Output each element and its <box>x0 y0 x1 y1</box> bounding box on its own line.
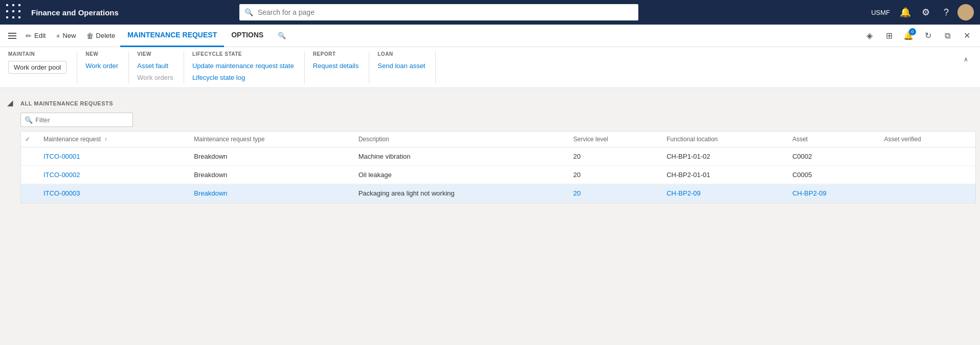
col-check: ✓ <box>21 132 37 147</box>
data-table-wrap: ✓ Maintenance request ↑ Maintenance requ… <box>20 131 976 203</box>
ribbon-right-actions: ◈ ⊞ 🔔 0 ↻ ⧉ ✕ <box>860 27 976 45</box>
delete-button[interactable]: 🗑 Delete <box>81 25 121 47</box>
action-group-view: VIEW Asset fault Work orders <box>137 51 184 83</box>
lifecycle-log-link[interactable]: Lifecycle state log <box>192 73 294 82</box>
ribbon-search-button[interactable]: 🔍 <box>273 25 291 47</box>
collapse-action-pane: ∧ <box>960 51 972 83</box>
expand-button[interactable]: ⧉ <box>938 27 956 45</box>
group-label-view: VIEW <box>137 51 173 57</box>
update-maintenance-link[interactable]: Update maintenance request state <box>192 61 294 71</box>
row-loc-3: CH-BP2-09 <box>660 184 786 203</box>
tab-maintenance-request[interactable]: MAINTENANCE REQUEST <box>120 25 224 47</box>
col-functional-location: Functional location <box>660 132 786 147</box>
row-desc-3: Packaging area light not working <box>352 184 567 203</box>
group-items-view: Asset fault Work orders <box>137 61 173 82</box>
row-svc-3: 20 <box>567 184 660 203</box>
svg-rect-2 <box>8 38 16 39</box>
svg-rect-1 <box>8 35 16 36</box>
menu-toggle-icon[interactable] <box>4 25 20 47</box>
row-id-2[interactable]: ITCO-00002 <box>37 166 188 184</box>
table-row[interactable]: ITCO-00001 Breakdown Machine vibration 2… <box>21 147 975 166</box>
avatar[interactable] <box>957 4 974 20</box>
collapse-button[interactable]: ∧ <box>960 53 972 66</box>
tab-options[interactable]: OPTIONS <box>224 25 271 47</box>
help-icon[interactable]: ? <box>937 3 955 21</box>
user-name: USMF <box>871 9 890 16</box>
row-check-1 <box>21 147 37 166</box>
section-title: ALL MAINTENANCE REQUESTS <box>20 92 980 111</box>
row-loc-2: CH-BP2-01-01 <box>660 166 786 184</box>
action-group-loan: LOAN Send loan asset <box>377 51 436 83</box>
top-nav-right: USMF 🔔 ⚙ ? <box>871 3 974 21</box>
action-pane: MAINTAIN Work order pool NEW Work order … <box>0 47 980 88</box>
group-label-new: NEW <box>85 51 118 57</box>
row-verified-2 <box>878 166 975 184</box>
action-group-report: REPORT Request details <box>313 51 370 83</box>
col-maintenance-request[interactable]: Maintenance request ↑ <box>37 132 188 147</box>
filter-sidebar-icon[interactable]: ◢ <box>7 98 13 107</box>
bell-icon[interactable]: 🔔 <box>896 3 915 21</box>
table-row[interactable]: ITCO-00003 Breakdown Packaging area ligh… <box>21 184 975 203</box>
notifications-badge: 0 <box>909 28 916 35</box>
row-verified-1 <box>878 147 975 166</box>
col-asset-verified: Asset verified <box>878 132 975 147</box>
row-id-1[interactable]: ITCO-00001 <box>37 147 188 166</box>
row-desc-1: Machine vibration <box>352 147 567 166</box>
main-content: ◢ ALL MAINTENANCE REQUESTS 🔍 ✓ Maintenan… <box>0 88 980 203</box>
work-order-link[interactable]: Work order <box>85 61 118 71</box>
search-icon: 🔍 <box>244 8 253 16</box>
diamond-icon-button[interactable]: ◈ <box>860 27 879 45</box>
group-label-loan: LOAN <box>377 51 425 57</box>
svg-rect-0 <box>8 33 16 34</box>
group-items-lifecycle: Update maintenance request state Lifecyc… <box>192 61 294 82</box>
filter-icon: 🔍 <box>25 116 33 124</box>
action-group-lifecycle: LIFECYCLE STATE Update maintenance reque… <box>192 51 305 83</box>
edit-button[interactable]: ✏ Edit <box>20 25 51 47</box>
top-navigation: Finance and Operations 🔍 USMF 🔔 ⚙ ? <box>0 0 980 25</box>
table-row[interactable]: ITCO-00002 Breakdown Oil leakage 20 CH-B… <box>21 166 975 184</box>
row-verified-3 <box>878 184 975 203</box>
add-icon: + <box>56 32 60 40</box>
ribbon-search-icon: 🔍 <box>278 32 286 39</box>
asset-fault-link[interactable]: Asset fault <box>137 61 173 71</box>
row-svc-1: 20 <box>567 147 660 166</box>
row-check-3 <box>21 184 37 203</box>
row-asset-3: CH-BP2-09 <box>786 184 878 203</box>
group-items-loan: Send loan asset <box>377 61 425 71</box>
col-type: Maintenance request type <box>188 132 352 147</box>
refresh-button[interactable]: ↻ <box>919 27 937 45</box>
edit-icon: ✏ <box>26 32 32 40</box>
app-grid-icon[interactable] <box>6 4 23 21</box>
work-orders-link[interactable]: Work orders <box>137 73 173 82</box>
row-svc-2: 20 <box>567 166 660 184</box>
app-title: Finance and Operations <box>31 8 119 17</box>
new-button[interactable]: + New <box>51 25 81 47</box>
col-description: Description <box>352 132 567 147</box>
group-label-lifecycle: LIFECYCLE STATE <box>192 51 294 57</box>
row-desc-2: Oil leakage <box>352 166 567 184</box>
search-input[interactable] <box>239 4 638 20</box>
search-bar: 🔍 <box>239 4 638 20</box>
row-id-3[interactable]: ITCO-00003 <box>37 184 188 203</box>
filter-bar: 🔍 <box>20 111 980 131</box>
ribbon-bar: ✏ Edit + New 🗑 Delete MAINTENANCE REQUES… <box>0 25 980 47</box>
row-loc-1: CH-BP1-01-02 <box>660 147 786 166</box>
work-order-pool-button[interactable]: Work order pool <box>8 61 66 74</box>
row-check-2 <box>21 166 37 184</box>
request-details-link[interactable]: Request details <box>313 61 359 71</box>
group-label-maintain: MAINTAIN <box>8 51 66 57</box>
row-type-2: Breakdown <box>188 166 352 184</box>
group-items-new: Work order <box>85 61 118 71</box>
table-header-row: ✓ Maintenance request ↑ Maintenance requ… <box>21 132 975 147</box>
action-group-maintain: MAINTAIN Work order pool <box>8 51 77 83</box>
office-icon-button[interactable]: ⊞ <box>880 27 898 45</box>
filter-input[interactable] <box>20 113 133 127</box>
action-group-new: NEW Work order <box>85 51 129 83</box>
send-loan-asset-link[interactable]: Send loan asset <box>377 61 425 71</box>
row-asset-1: C0002 <box>786 147 878 166</box>
notifications-button[interactable]: 🔔 0 <box>899 27 918 45</box>
close-button[interactable]: ✕ <box>957 27 976 45</box>
row-type-3: Breakdown <box>188 184 352 203</box>
settings-icon[interactable]: ⚙ <box>917 3 935 21</box>
maintenance-requests-table: ✓ Maintenance request ↑ Maintenance requ… <box>21 132 975 203</box>
